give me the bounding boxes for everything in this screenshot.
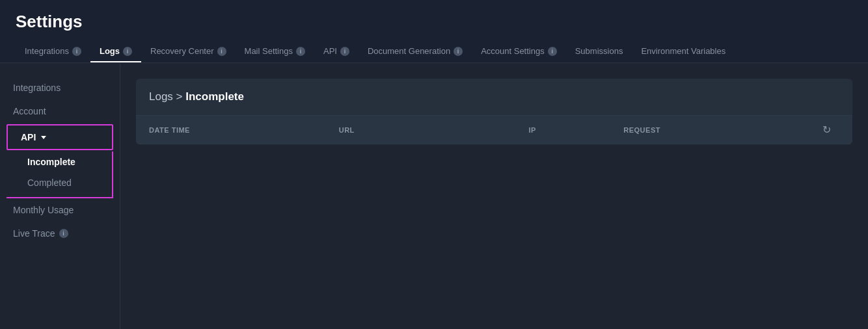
info-icon: i: [340, 47, 349, 56]
info-icon: i: [296, 47, 305, 56]
chevron-down-icon: [41, 136, 46, 139]
sidebar-item-label: Account: [13, 106, 46, 116]
info-icon: i: [72, 47, 81, 56]
page-title: Settings: [16, 12, 852, 32]
top-navigation: Integrations i Logs i Recovery Center i …: [16, 41, 852, 62]
sidebar-item-live-trace[interactable]: Live Trace i: [0, 222, 120, 245]
sidebar-subitem-label: Completed: [27, 178, 72, 188]
tab-label: Integrations: [25, 46, 69, 56]
sidebar-subitem-completed[interactable]: Completed: [7, 172, 112, 193]
sidebar-item-label: Monthly Usage: [13, 205, 74, 215]
tab-label: Mail Settings: [245, 46, 293, 56]
tab-integrations[interactable]: Integrations i: [16, 41, 90, 62]
tab-label: Logs: [100, 46, 120, 56]
col-url: URL: [339, 126, 529, 134]
sidebar-item-api[interactable]: API: [7, 124, 113, 150]
tab-recovery-center[interactable]: Recovery Center i: [141, 41, 236, 62]
main-content: Logs > Incomplete DATE TIME URL IP REQUE…: [120, 63, 868, 329]
tab-label: API: [323, 46, 337, 56]
breadcrumb-current: Incomplete: [185, 90, 244, 103]
card-header: Logs > Incomplete: [136, 79, 852, 116]
sidebar-api-submenu: Incomplete Completed: [7, 151, 113, 198]
tab-document-generation[interactable]: Document Generation i: [359, 41, 472, 62]
col-datetime: DATE TIME: [149, 126, 339, 134]
info-icon: i: [217, 47, 226, 56]
sidebar-item-integrations[interactable]: Integrations: [0, 76, 120, 99]
tab-submissions[interactable]: Submissions: [566, 41, 632, 62]
table-header: DATE TIME URL IP REQUEST ↻: [136, 116, 852, 144]
body-layout: Integrations Account API Incomplete Comp…: [0, 63, 868, 329]
tab-mail-settings[interactable]: Mail Settings i: [236, 41, 314, 62]
sidebar-item-account[interactable]: Account: [0, 99, 120, 123]
header: Settings Integrations i Logs i Recovery …: [0, 0, 868, 63]
sidebar: Integrations Account API Incomplete Comp…: [0, 63, 120, 329]
tab-logs[interactable]: Logs i: [90, 41, 141, 62]
content-card: Logs > Incomplete DATE TIME URL IP REQUE…: [136, 79, 852, 144]
info-icon: i: [123, 47, 132, 56]
tab-label: Environment Variables: [641, 46, 726, 56]
tab-label: Document Generation: [368, 46, 450, 56]
info-icon: i: [59, 229, 68, 238]
sidebar-subitem-incomplete[interactable]: Incomplete: [7, 151, 112, 172]
tab-label: Submissions: [575, 46, 623, 56]
tab-label: Account Settings: [481, 46, 545, 56]
col-ip: IP: [528, 126, 623, 134]
info-icon: i: [548, 47, 557, 56]
tab-api[interactable]: API i: [314, 41, 359, 62]
info-icon: i: [454, 47, 463, 56]
sidebar-subitem-label: Incomplete: [27, 157, 75, 167]
tab-label: Recovery Center: [150, 46, 214, 56]
sidebar-item-monthly-usage[interactable]: Monthly Usage: [0, 198, 120, 222]
breadcrumb: Logs > Incomplete: [149, 90, 839, 103]
sidebar-item-label: Integrations: [13, 83, 61, 93]
refresh-button[interactable]: ↻: [813, 124, 839, 136]
sidebar-item-label: API: [21, 132, 36, 142]
tab-environment-variables[interactable]: Environment Variables: [632, 41, 735, 62]
col-request: REQUEST: [623, 126, 813, 134]
sidebar-item-label: Live Trace: [13, 228, 55, 239]
tab-account-settings[interactable]: Account Settings i: [472, 41, 566, 62]
breadcrumb-prefix: Logs >: [149, 90, 185, 103]
